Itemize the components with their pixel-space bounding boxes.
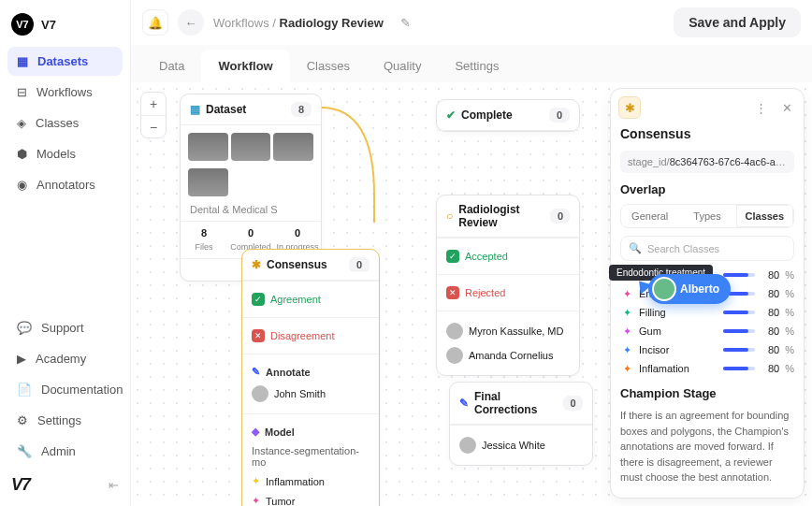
class-row[interactable]: ✦Incisor80% (620, 343, 794, 356)
nav-label: Datasets (37, 54, 88, 68)
nav-datasets[interactable]: ▦Datasets (7, 47, 123, 76)
pencil-icon: ✎ (252, 366, 260, 378)
x-icon: ✕ (446, 286, 459, 299)
avatar (459, 437, 476, 454)
model-icon: ◆ (252, 426, 259, 438)
class-icon: ✦ (620, 362, 633, 375)
node-consensus[interactable]: ✱Consensus0 ✓Agreement ✕Disagreement ✎An… (241, 249, 380, 506)
overlap-slider[interactable] (723, 311, 755, 314)
annotator-name: John Smith (274, 388, 326, 399)
tag-icon: ◈ (17, 116, 26, 130)
pencil-icon: ✎ (459, 397, 469, 410)
overlap-slider[interactable] (723, 348, 755, 352)
search-icon: 🔍 (629, 242, 642, 254)
node-review[interactable]: ○Radiologist Review0 ✓Accepted ✕Rejected… (436, 195, 580, 376)
tag: Inflammation (266, 476, 325, 487)
panel-close-icon[interactable]: ✕ (777, 98, 796, 117)
champion-description: If there is an agreement for bounding bo… (611, 408, 804, 495)
nav-admin[interactable]: 🔧Admin (7, 437, 123, 466)
brand-name: V7 (41, 18, 56, 32)
flow-icon: ⊟ (17, 85, 27, 99)
tab-data[interactable]: Data (142, 50, 201, 82)
panel-tabs: General Types Classes (620, 204, 794, 228)
x-icon: ✕ (252, 329, 265, 342)
play-icon: ▶ (17, 352, 26, 366)
nav-classes[interactable]: ◈Classes (7, 108, 123, 137)
node-complete[interactable]: ✔Complete0 (436, 99, 580, 132)
reviewer-name: Myron Kassulke, MD (469, 325, 563, 337)
class-row[interactable]: ✦Filling80% (620, 306, 794, 319)
panel-tab-classes[interactable]: Classes (736, 205, 793, 227)
sparkle-icon: ✦ (252, 495, 260, 506)
cursor-name: Alberto (680, 282, 719, 296)
panel-tab-types[interactable]: Types (678, 205, 735, 227)
cube-icon: ⬢ (17, 147, 27, 161)
doc-icon: 📄 (17, 383, 32, 397)
avatar (652, 277, 676, 301)
class-row[interactable]: ✦Inflamation80% (620, 362, 794, 375)
nav-academy[interactable]: ▶Academy (7, 344, 123, 373)
agreement-label: Agreement (270, 294, 321, 305)
consensus-icon: ✱ (252, 258, 261, 271)
tab-quality[interactable]: Quality (367, 50, 438, 82)
node-final[interactable]: ✎Final Corrections0 Jessica White (449, 382, 593, 466)
collaborator-cursor: Alberto (648, 274, 731, 304)
nav-annotators[interactable]: ◉Annotators (7, 170, 123, 199)
search-classes-input[interactable]: 🔍Search Classes (620, 236, 794, 261)
overlap-slider[interactable] (723, 329, 755, 333)
check-icon: ✓ (446, 250, 459, 263)
check-circle-icon: ✔ (446, 108, 456, 122)
notifications-icon[interactable]: 🔔 (142, 9, 168, 36)
breadcrumb: Workflows / Radiology Review (213, 16, 384, 30)
collapse-sidebar-icon[interactable]: ⇤ (109, 478, 119, 492)
nav-support[interactable]: 💬Support (7, 313, 123, 342)
model-name: Instance-segmentation-mo (252, 445, 370, 468)
rejected-label: Rejected (465, 287, 505, 298)
consensus-icon: ✱ (618, 96, 641, 119)
edit-title-icon[interactable]: ✎ (397, 13, 415, 32)
sparkle-icon: ✦ (252, 475, 260, 487)
reviewer-name: Jessica White (482, 440, 545, 451)
panel-title: Consensus (611, 126, 804, 151)
dataset-thumbnails (181, 168, 321, 204)
tab-workflow[interactable]: Workflow (201, 50, 289, 82)
panel-menu-icon[interactable]: ⋮ (751, 98, 770, 117)
nav-models[interactable]: ⬢Models (7, 139, 123, 168)
overlap-label: Overlap (611, 182, 804, 204)
overlap-slider[interactable] (723, 367, 755, 370)
save-apply-button[interactable]: Save and Apply (674, 7, 801, 37)
champion-heading: Champion Stage (611, 375, 804, 408)
avatar (446, 323, 463, 340)
annotate-label: Annotate (266, 367, 311, 378)
stage-id[interactable]: stage_id/8c364763-67c6-4ac6-a53... (620, 151, 794, 173)
brand-logo: V7 (11, 13, 34, 36)
tab-classes[interactable]: Classes (290, 50, 367, 82)
zoom-out-button[interactable]: − (141, 115, 166, 137)
content-tabs: Data Workflow Classes Quality Settings (131, 45, 812, 82)
node-title: Final Corrections (474, 390, 558, 416)
avatar (252, 385, 268, 402)
model-label: Model (265, 426, 295, 438)
node-count: 0 (549, 108, 570, 123)
footer-logo: V7 (11, 475, 30, 495)
breadcrumb-root[interactable]: Workflows (213, 16, 269, 30)
panel-tab-general[interactable]: General (621, 205, 678, 227)
tab-settings[interactable]: Settings (438, 50, 515, 82)
node-count: 8 (291, 102, 312, 117)
workflow-canvas[interactable]: + − ▦Dataset8 Dental & Medical S 8Files … (131, 82, 812, 506)
reviewer-name: Amanda Cornelius (469, 350, 554, 361)
zoom-in-button[interactable]: + (141, 93, 166, 115)
nav-settings[interactable]: ⚙Settings (7, 406, 123, 435)
nav-label: Models (36, 147, 76, 161)
class-row[interactable]: ✦Gum80% (620, 325, 794, 338)
nav-documentation[interactable]: 📄Documentation (7, 375, 123, 404)
back-button[interactable]: ← (178, 9, 204, 36)
nav-label: Workflows (36, 85, 93, 99)
chat-icon: 💬 (17, 321, 32, 335)
zoom-control: + − (140, 92, 167, 138)
nav-workflows[interactable]: ⊟Workflows (7, 78, 123, 107)
tag: Tumor (266, 496, 295, 507)
breadcrumb-current: Radiology Review (280, 16, 384, 30)
users-icon: ◉ (17, 178, 27, 192)
overlap-slider[interactable] (723, 273, 755, 277)
